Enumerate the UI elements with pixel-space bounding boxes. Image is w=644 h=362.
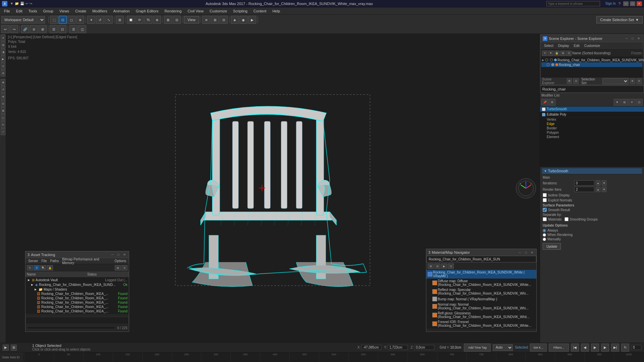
spinner-snap-button[interactable]: ⊕ [153,16,161,24]
mod-paste-button[interactable]: ⊡ [636,99,643,106]
menu-edit[interactable]: Edit [13,8,25,14]
workspace-dropdown[interactable]: Workspace: Default [1,16,45,23]
menu-tools[interactable]: Tools [26,8,40,14]
rotate-button[interactable]: ↺ [96,16,104,24]
se-item-rocking-chair[interactable]: Rocking_chair [541,62,642,67]
at-menu-options[interactable]: Options [113,259,127,263]
mod-configure-button[interactable]: ⚙ [549,99,555,106]
mat-item-fresnel[interactable]: Fresnel IOR: Fresnel (Rocking_Chair_for_… [426,319,536,328]
mat-tb-btn2[interactable]: ⊟ [434,263,440,269]
vp-nav-zoomall[interactable]: ⊠ [1,107,5,114]
search-box[interactable] [546,1,600,6]
paint-select-button[interactable]: ⊕ [76,16,84,24]
next-frame-button[interactable]: ▶ [601,344,609,352]
update-button[interactable]: Update [543,243,561,250]
material-navigator-scrollbar[interactable] [426,328,536,331]
vp-nav-field[interactable]: ◻ [1,114,5,121]
mat-tb-btn1[interactable]: ⊞ [428,263,434,269]
timeline-track[interactable]: 0 50 100 150 200 250 300 350 400 450 500… [23,352,644,362]
mod-sub-element[interactable]: Element [540,135,644,139]
unlink-button[interactable]: ⊘ [30,25,38,33]
render-button[interactable]: ▶ [248,16,256,24]
menu-modifiers[interactable]: Modifiers [90,8,110,14]
scene-explorer-minimize[interactable]: ─ [624,36,629,41]
motion-panel-button[interactable]: ▶ [1,56,5,62]
mat-item-diffuse[interactable]: Diffuse map: Diffuse (Rocking_Chair_for_… [426,279,536,287]
vp-nav-arc[interactable]: ↻ [1,121,5,128]
reference-system-button[interactable]: ⊞ [116,16,124,24]
render-iters-down[interactable]: ▼ [602,187,606,192]
mod-sub-edge[interactable]: Edge [540,122,644,126]
iterations-up[interactable]: ▲ [596,180,600,186]
mod-item-turbosmooth[interactable]: TurboSmooth [540,107,644,112]
lasso-select-button[interactable]: ◻ [67,16,75,24]
smoothing-groups-checkbox[interactable] [565,217,569,221]
when-rendering-radio[interactable] [543,233,546,237]
move-button[interactable]: ✦ [87,16,95,24]
asset-tracking-close[interactable]: ✕ [122,252,127,257]
search-input[interactable] [546,1,600,6]
layer-manager-button[interactable]: ☰ [69,25,77,33]
render-iters-up[interactable]: ▲ [596,187,600,192]
se-footer-options[interactable]: ⊞ [567,78,572,84]
mat-item-bump[interactable]: Bump map: Normal ( VRayNormalMap ) [426,296,536,302]
object-name-input[interactable] [540,85,644,93]
menu-animation[interactable]: Animation [111,8,132,14]
selection-set-dropdown[interactable] [602,78,629,84]
material-editor-button[interactable]: ◈ [231,16,239,24]
at-menu-bitmap[interactable]: Bitmap Performance and Memory [61,257,112,265]
iterations-input[interactable] [574,180,594,186]
curve-editor-button[interactable]: ≋ [202,16,210,24]
scene-explorer-button[interactable]: ◫ [78,25,86,33]
menu-civil-view[interactable]: Civil View [185,8,206,14]
at-menu-paths[interactable]: Paths [49,259,60,263]
align-button[interactable]: ⊟ [173,16,181,24]
menu-scripting[interactable]: Scripting [230,8,250,14]
vp-nav-zoom[interactable]: ⊕ [1,93,5,100]
mat-item-normal[interactable]: Normal map: Normal (Rocking_Chair_for_Ch… [426,302,536,311]
at-menu-server[interactable]: Server [27,259,39,263]
modify-panel-button[interactable]: ⊞ [1,42,5,48]
smooth-result-checkbox[interactable] [543,208,547,212]
current-frame-input[interactable] [631,345,641,350]
at-item-vault[interactable]: ▶ ⊞ Autodesk Vault Logged Out (... [25,278,129,282]
always-radio[interactable] [543,229,546,232]
se-menu-display[interactable]: Display [556,43,571,48]
angle-snap-button[interactable]: ⟳ [136,16,144,24]
set-key-button[interactable]: Set K... [530,344,547,352]
mat-item-main[interactable]: Rocking_Chair_for_Children_Room_IKEA_SUN… [426,270,536,279]
asset-tracking-minimize[interactable]: ─ [110,252,115,257]
help-icon[interactable]: ? [619,2,621,6]
at-item-map1[interactable]: 🖼 Rocking_Chair_for_Children_Room_IKEA_.… [25,292,129,296]
mat-tb-btn4[interactable]: ⊡ [448,263,454,269]
asset-tracking-scrollbar[interactable] [25,313,129,317]
mod-sub-vertex[interactable]: Vertex [540,117,644,122]
prev-frame-button[interactable]: ◀ [581,344,589,352]
materials-checkbox[interactable] [543,217,547,221]
mod-remove-button[interactable]: ✕ [629,99,635,106]
asset-tracking-search[interactable] [25,317,129,324]
at-item-map5[interactable]: 🖼 Rocking_Chair_for_Children_Room_IKEA_.… [25,309,129,313]
create-panel-button[interactable]: ✦ [1,35,5,41]
utilities-panel-button[interactable]: ⊛ [1,70,5,76]
menu-views[interactable]: Views [57,8,72,14]
vp-nav-pan[interactable]: ✥ [1,79,5,86]
se-footer-add[interactable]: ⊕ [630,78,635,84]
mat-nav-minimize[interactable]: ─ [518,250,522,255]
vp-nav-orbit[interactable]: ↺ [1,86,5,93]
manually-radio[interactable] [543,238,546,241]
isoline-display-checkbox[interactable] [543,193,547,197]
sign-in-link[interactable]: Sign In [605,2,616,5]
z-input[interactable] [414,345,434,350]
mod-sub-polygon[interactable]: Polygon [540,130,644,135]
mod-pin-button[interactable]: 📌 [541,99,548,106]
menu-create[interactable]: Create [72,8,89,14]
orientation-gizmo[interactable]: X Y Z [516,178,536,198]
at-item-map3[interactable]: 🖼 Rocking_Chair_for_Children_Room_IKEA_.… [25,300,129,305]
undo-button[interactable]: ↩ [1,25,9,33]
at-btn-filter[interactable]: ☰ [34,265,40,270]
se-menu-edit[interactable]: Edit [572,43,582,48]
redo-button[interactable]: ↪ [10,25,18,33]
go-start-button[interactable]: |◀ [571,344,579,352]
se-footer-grid[interactable]: ⊡ [573,78,579,84]
